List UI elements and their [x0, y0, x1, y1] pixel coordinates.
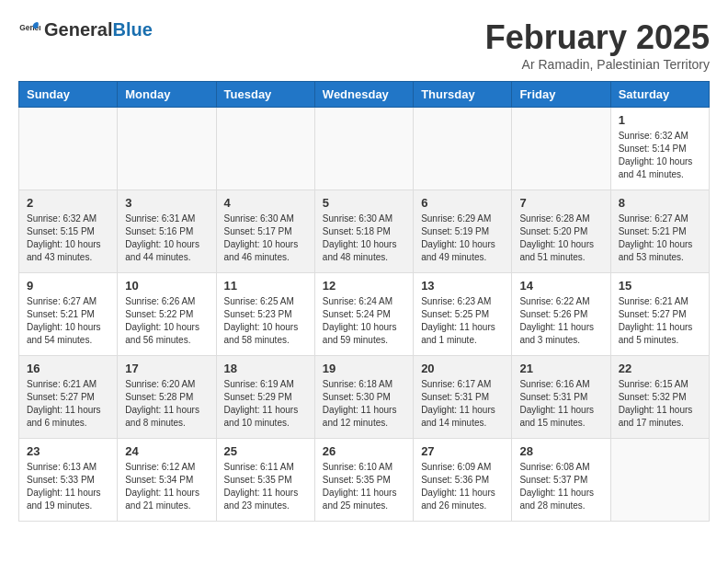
day-number: 18 — [224, 362, 307, 375]
day-number: 10 — [125, 279, 208, 293]
day-info: Sunrise: 6:16 AM Sunset: 5:31 PM Dayligh… — [519, 378, 602, 430]
day-number: 23 — [27, 444, 109, 458]
calendar-cell — [414, 108, 512, 190]
calendar-cell: 18Sunrise: 6:19 AM Sunset: 5:29 PM Dayli… — [216, 356, 314, 439]
day-number: 20 — [421, 362, 504, 375]
day-info: Sunrise: 6:26 AM Sunset: 5:22 PM Dayligh… — [125, 295, 208, 347]
day-number: 26 — [323, 444, 405, 458]
calendar-body: 1Sunrise: 6:32 AM Sunset: 5:14 PM Daylig… — [19, 108, 710, 522]
day-number: 19 — [323, 362, 405, 375]
day-info: Sunrise: 6:11 AM Sunset: 5:35 PM Dayligh… — [224, 461, 307, 512]
day-info: Sunrise: 6:10 AM Sunset: 5:35 PM Dayligh… — [323, 461, 405, 512]
calendar-cell: 21Sunrise: 6:16 AM Sunset: 5:31 PM Dayli… — [512, 356, 610, 439]
calendar: SundayMondayTuesdayWednesdayThursdayFrid… — [18, 81, 710, 522]
day-info: Sunrise: 6:27 AM Sunset: 5:21 PM Dayligh… — [619, 213, 701, 264]
day-info: Sunrise: 6:23 AM Sunset: 5:25 PM Dayligh… — [421, 295, 504, 347]
calendar-cell: 6Sunrise: 6:29 AM Sunset: 5:19 PM Daylig… — [414, 190, 512, 273]
calendar-cell: 14Sunrise: 6:22 AM Sunset: 5:26 PM Dayli… — [512, 273, 610, 356]
day-number: 2 — [27, 196, 109, 210]
day-number: 7 — [519, 196, 602, 210]
day-info: Sunrise: 6:29 AM Sunset: 5:19 PM Dayligh… — [421, 213, 504, 264]
day-number: 5 — [323, 196, 405, 210]
calendar-cell: 15Sunrise: 6:21 AM Sunset: 5:27 PM Dayli… — [610, 273, 709, 356]
day-number: 11 — [224, 279, 307, 293]
day-info: Sunrise: 6:18 AM Sunset: 5:30 PM Dayligh… — [323, 378, 405, 430]
calendar-week-row: 9Sunrise: 6:27 AM Sunset: 5:21 PM Daylig… — [19, 273, 710, 356]
weekday-header: Monday — [118, 82, 216, 108]
day-info: Sunrise: 6:32 AM Sunset: 5:15 PM Dayligh… — [27, 213, 109, 264]
day-number: 28 — [519, 444, 602, 458]
calendar-cell: 5Sunrise: 6:30 AM Sunset: 5:18 PM Daylig… — [314, 190, 413, 273]
day-number: 27 — [421, 444, 504, 458]
day-info: Sunrise: 6:22 AM Sunset: 5:26 PM Dayligh… — [519, 295, 602, 347]
day-number: 14 — [519, 279, 602, 293]
calendar-cell: 13Sunrise: 6:23 AM Sunset: 5:25 PM Dayli… — [414, 273, 512, 356]
day-info: Sunrise: 6:28 AM Sunset: 5:20 PM Dayligh… — [519, 213, 602, 264]
day-number: 22 — [619, 362, 701, 375]
calendar-cell: 8Sunrise: 6:27 AM Sunset: 5:21 PM Daylig… — [610, 190, 709, 273]
day-number: 9 — [27, 279, 109, 293]
calendar-cell — [216, 108, 314, 190]
day-info: Sunrise: 6:24 AM Sunset: 5:24 PM Dayligh… — [323, 295, 405, 347]
calendar-cell: 2Sunrise: 6:32 AM Sunset: 5:15 PM Daylig… — [19, 190, 118, 273]
day-info: Sunrise: 6:15 AM Sunset: 5:32 PM Dayligh… — [619, 378, 701, 430]
day-number: 6 — [421, 196, 504, 210]
calendar-cell: 4Sunrise: 6:30 AM Sunset: 5:17 PM Daylig… — [216, 190, 314, 273]
day-number: 12 — [323, 279, 405, 293]
calendar-cell: 7Sunrise: 6:28 AM Sunset: 5:20 PM Daylig… — [512, 190, 610, 273]
calendar-cell: 28Sunrise: 6:08 AM Sunset: 5:37 PM Dayli… — [512, 439, 610, 522]
day-number: 25 — [224, 444, 307, 458]
calendar-cell: 20Sunrise: 6:17 AM Sunset: 5:31 PM Dayli… — [414, 356, 512, 439]
day-info: Sunrise: 6:17 AM Sunset: 5:31 PM Dayligh… — [421, 378, 504, 430]
weekday-header: Saturday — [610, 82, 709, 108]
day-info: Sunrise: 6:08 AM Sunset: 5:37 PM Dayligh… — [519, 461, 602, 512]
day-number: 13 — [421, 279, 504, 293]
calendar-cell — [118, 108, 216, 190]
day-info: Sunrise: 6:25 AM Sunset: 5:23 PM Dayligh… — [224, 295, 307, 347]
calendar-cell — [512, 108, 610, 190]
calendar-week-row: 23Sunrise: 6:13 AM Sunset: 5:33 PM Dayli… — [19, 439, 710, 522]
header: General GeneralBlue February 2025 Ar Ram… — [18, 18, 710, 72]
logo-icon: General — [18, 18, 40, 40]
day-info: Sunrise: 6:31 AM Sunset: 5:16 PM Dayligh… — [125, 213, 208, 264]
calendar-cell: 11Sunrise: 6:25 AM Sunset: 5:23 PM Dayli… — [216, 273, 314, 356]
calendar-cell: 25Sunrise: 6:11 AM Sunset: 5:35 PM Dayli… — [216, 439, 314, 522]
calendar-cell: 9Sunrise: 6:27 AM Sunset: 5:21 PM Daylig… — [19, 273, 118, 356]
calendar-cell: 1Sunrise: 6:32 AM Sunset: 5:14 PM Daylig… — [610, 108, 709, 190]
calendar-cell: 3Sunrise: 6:31 AM Sunset: 5:16 PM Daylig… — [118, 190, 216, 273]
calendar-cell: 16Sunrise: 6:21 AM Sunset: 5:27 PM Dayli… — [19, 356, 118, 439]
day-info: Sunrise: 6:21 AM Sunset: 5:27 PM Dayligh… — [27, 378, 109, 430]
day-number: 21 — [519, 362, 602, 375]
calendar-cell: 24Sunrise: 6:12 AM Sunset: 5:34 PM Dayli… — [118, 439, 216, 522]
weekday-header: Tuesday — [216, 82, 314, 108]
day-number: 3 — [125, 196, 208, 210]
month-title: February 2025 — [485, 18, 710, 57]
day-number: 8 — [619, 196, 701, 210]
day-number: 4 — [224, 196, 307, 210]
day-number: 24 — [125, 444, 208, 458]
logo-text-blue: Blue — [112, 19, 152, 40]
calendar-cell — [19, 108, 118, 190]
day-info: Sunrise: 6:32 AM Sunset: 5:14 PM Dayligh… — [619, 130, 701, 181]
logo: General GeneralBlue — [18, 18, 153, 40]
day-info: Sunrise: 6:20 AM Sunset: 5:28 PM Dayligh… — [125, 378, 208, 430]
weekday-header-row: SundayMondayTuesdayWednesdayThursdayFrid… — [19, 82, 710, 108]
weekday-header: Friday — [512, 82, 610, 108]
day-info: Sunrise: 6:13 AM Sunset: 5:33 PM Dayligh… — [27, 461, 109, 512]
day-info: Sunrise: 6:30 AM Sunset: 5:18 PM Dayligh… — [323, 213, 405, 264]
calendar-cell: 12Sunrise: 6:24 AM Sunset: 5:24 PM Dayli… — [314, 273, 413, 356]
calendar-week-row: 1Sunrise: 6:32 AM Sunset: 5:14 PM Daylig… — [19, 108, 710, 190]
calendar-cell: 23Sunrise: 6:13 AM Sunset: 5:33 PM Dayli… — [19, 439, 118, 522]
day-info: Sunrise: 6:21 AM Sunset: 5:27 PM Dayligh… — [619, 295, 701, 347]
day-info: Sunrise: 6:30 AM Sunset: 5:17 PM Dayligh… — [224, 213, 307, 264]
location-subtitle: Ar Ramadin, Palestinian Territory — [485, 57, 710, 72]
logo-text-general: General — [44, 19, 112, 40]
calendar-cell: 22Sunrise: 6:15 AM Sunset: 5:32 PM Dayli… — [610, 356, 709, 439]
calendar-cell — [314, 108, 413, 190]
day-number: 1 — [619, 113, 701, 127]
weekday-header: Wednesday — [314, 82, 413, 108]
weekday-header: Thursday — [414, 82, 512, 108]
day-info: Sunrise: 6:09 AM Sunset: 5:36 PM Dayligh… — [421, 461, 504, 512]
day-info: Sunrise: 6:12 AM Sunset: 5:34 PM Dayligh… — [125, 461, 208, 512]
day-number: 15 — [619, 279, 701, 293]
